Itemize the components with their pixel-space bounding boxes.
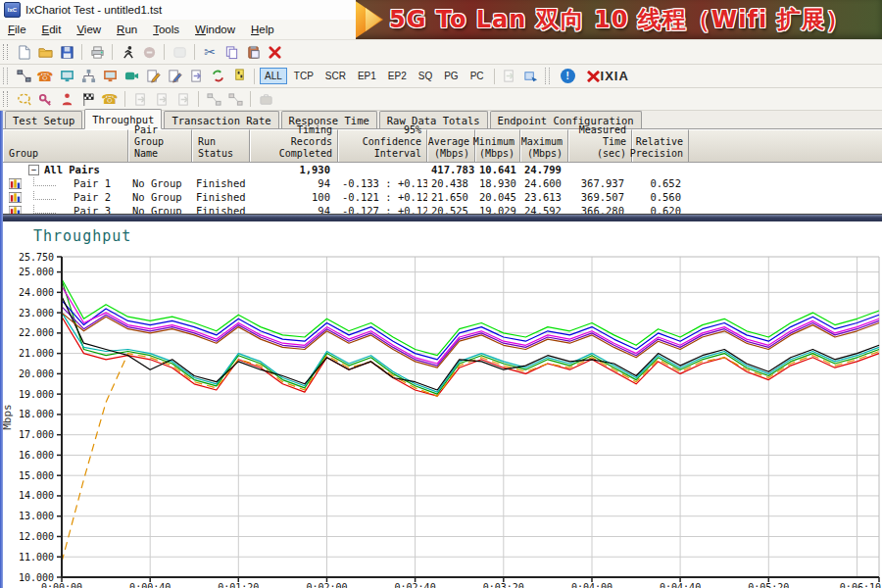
- table-row-pair-2[interactable]: Pair 2No GroupFinished100-0.121 : +0.121…: [3, 190, 882, 204]
- add-pair-icon[interactable]: [14, 67, 33, 85]
- cell-confidence: -0.121 : +0.121: [338, 191, 427, 203]
- pair-chart-icon: [9, 192, 23, 203]
- promo-banner: 5G To Lan 双向 10 线程（Wifi 扩展）: [356, 0, 882, 39]
- cell-group: Pair 3: [3, 205, 128, 214]
- app-window: IxC IxChariot Test - untitled1.tst FileE…: [0, 0, 882, 588]
- pair-label: Pair 1: [74, 177, 124, 189]
- svg-text:22.000: 22.000: [19, 327, 54, 338]
- cell-timing_records: 94: [250, 205, 338, 214]
- add-pair-group-icon[interactable]: [78, 67, 98, 85]
- add-console-endpoint-icon: [500, 67, 519, 85]
- app-icon: IxC: [4, 2, 21, 18]
- svg-text:25.000: 25.000: [19, 267, 54, 277]
- column-header-pair_group_name[interactable]: Pair Group Name: [128, 129, 192, 162]
- ip-telephony-wizard-icon[interactable]: ☎: [100, 90, 120, 109]
- filter-sq-button[interactable]: SQ: [414, 68, 437, 84]
- ixia-logo-x-icon: [587, 71, 600, 82]
- menu-file[interactable]: File: [0, 22, 34, 37]
- copy-pair-icon[interactable]: [186, 67, 206, 85]
- compare-results-3-icon: [173, 90, 193, 109]
- svg-text:0:06:10: 0:06:10: [840, 582, 881, 588]
- svg-text:24.000: 24.000: [19, 287, 54, 298]
- paste-icon[interactable]: [243, 43, 263, 62]
- column-header-min[interactable]: Minimum (Mbps): [475, 129, 520, 162]
- cell-precision: 0.560: [632, 191, 689, 203]
- menu-help[interactable]: Help: [243, 22, 282, 37]
- column-header-group[interactable]: Group: [3, 129, 128, 162]
- filter-ep1-button[interactable]: EP1: [353, 68, 381, 84]
- add-multicast-group-icon[interactable]: [57, 67, 76, 85]
- cell-pair_group_name: No Group: [128, 177, 192, 189]
- banner-arrow-decoration-inner: [366, 8, 381, 31]
- table-row-pair-3[interactable]: Pair 3No GroupFinished94-0.127 : +0.1272…: [3, 204, 882, 214]
- column-header-run_status[interactable]: Run Status: [192, 129, 250, 162]
- select-pairs-wizard-icon[interactable]: [14, 90, 33, 109]
- open-test-icon[interactable]: [35, 43, 55, 62]
- svg-text:0:02:00: 0:02:00: [306, 582, 347, 588]
- cell-min: 20.045: [475, 191, 520, 203]
- cell-min: 19.029: [475, 205, 520, 214]
- table-row-all-pairs[interactable]: −All Pairs1,930417.78310.64124.799: [3, 163, 882, 176]
- svg-text:14.000: 14.000: [19, 490, 54, 501]
- add-hardware-pair-icon[interactable]: [100, 67, 120, 85]
- column-header-confidence[interactable]: 95% Confidence Interval: [338, 129, 427, 162]
- filter-pc-button[interactable]: PC: [466, 68, 489, 84]
- copy-icon[interactable]: [221, 43, 241, 62]
- cell-confidence: -0.127 : +0.127: [338, 205, 427, 214]
- column-header-max[interactable]: Maximum (Mbps): [520, 129, 568, 162]
- menu-run[interactable]: Run: [109, 22, 145, 37]
- svg-text:0:01:20: 0:01:20: [218, 582, 259, 588]
- edit-pair-icon[interactable]: [143, 67, 163, 85]
- table-row-pair-1[interactable]: Pair 1No GroupFinished94-0.133 : +0.1332…: [3, 176, 882, 190]
- tree-connector: [33, 191, 56, 200]
- svg-text:0:04:40: 0:04:40: [660, 582, 701, 588]
- print-icon[interactable]: [87, 43, 107, 62]
- compare-wizard-icon[interactable]: [78, 90, 98, 109]
- cut-icon[interactable]: ✂: [200, 43, 220, 62]
- cell-run_status: Finished: [192, 205, 250, 214]
- vlan-tag-icon[interactable]: [229, 67, 249, 85]
- cell-max: 23.613: [520, 191, 568, 203]
- cell-confidence: -0.133 : +0.133: [338, 177, 427, 189]
- svg-text:0:00:40: 0:00:40: [129, 582, 171, 588]
- filter-scr-button[interactable]: SCR: [320, 68, 351, 84]
- column-header-time[interactable]: Measured Time (sec): [568, 129, 632, 162]
- edit-hardware-pair-icon[interactable]: [165, 67, 184, 85]
- delete-icon[interactable]: [265, 43, 284, 62]
- about-info-icon[interactable]: !: [561, 69, 575, 83]
- tab-test-setup[interactable]: Test Setup: [5, 111, 82, 128]
- replace-pair-icon[interactable]: [208, 67, 227, 85]
- cell-avg: 417.783: [427, 164, 475, 175]
- test-options-wizard-icon[interactable]: [35, 90, 55, 109]
- menu-window[interactable]: Window: [187, 22, 243, 37]
- column-header-precision[interactable]: Relative Precision: [632, 129, 689, 162]
- menu-tools[interactable]: Tools: [145, 22, 187, 37]
- window-left-frame: [0, 111, 3, 588]
- save-test-icon[interactable]: [57, 43, 76, 62]
- run-test-icon[interactable]: [118, 43, 137, 62]
- column-header-filler: [689, 129, 882, 162]
- toolbar-grip[interactable]: [3, 68, 8, 83]
- toolbar-grip[interactable]: [3, 91, 8, 106]
- menu-edit[interactable]: Edit: [34, 22, 70, 37]
- filter-all-button[interactable]: ALL: [260, 68, 287, 84]
- add-voip-pair-icon[interactable]: ☎: [35, 67, 55, 85]
- column-header-timing_records[interactable]: Timing Records Completed: [250, 129, 338, 162]
- cell-group: −All Pairs: [3, 164, 128, 175]
- menu-view[interactable]: View: [69, 22, 109, 37]
- cell-run_status: Finished: [192, 191, 250, 203]
- toolbar-grip[interactable]: [545, 68, 550, 83]
- cell-precision: 0.652: [632, 177, 689, 189]
- svg-text:10.000: 10.000: [19, 572, 54, 583]
- filter-tcp-button[interactable]: TCP: [289, 68, 318, 84]
- filter-ep2-button[interactable]: EP2: [383, 68, 412, 84]
- swap-endpoints-icon[interactable]: [521, 67, 541, 85]
- filter-pg-button[interactable]: PG: [439, 68, 463, 84]
- add-video-pair-icon[interactable]: [122, 67, 141, 85]
- column-header-avg[interactable]: Average (Mbps): [427, 129, 475, 162]
- collapse-icon[interactable]: −: [28, 165, 39, 175]
- new-test-icon[interactable]: [14, 43, 33, 62]
- cell-group: Pair 2: [3, 191, 128, 203]
- toolbar-grip[interactable]: [3, 44, 8, 61]
- stop-endpoint-icon[interactable]: [57, 90, 76, 109]
